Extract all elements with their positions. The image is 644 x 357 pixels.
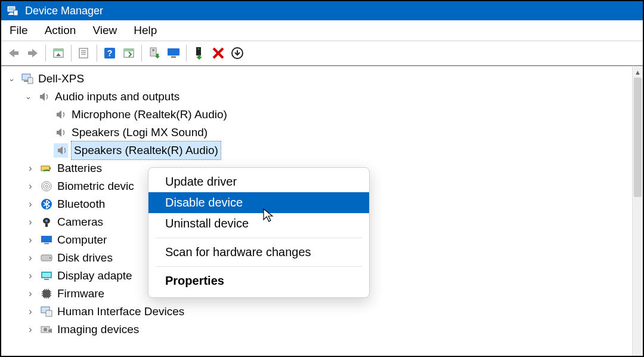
scroll-thumb[interactable] xyxy=(634,78,642,197)
svg-rect-4 xyxy=(14,10,18,16)
expander-icon[interactable] xyxy=(25,267,36,285)
device-manager-icon xyxy=(6,4,19,17)
monitor-icon xyxy=(39,233,54,247)
tree-root[interactable]: Dell-XPS xyxy=(6,70,643,88)
svg-rect-44 xyxy=(44,279,49,280)
scan-hardware-button[interactable] xyxy=(120,44,138,62)
update-driver-button[interactable] xyxy=(145,44,163,62)
bluetooth-icon xyxy=(39,197,54,211)
vertical-scrollbar[interactable]: ▲ xyxy=(632,67,643,356)
expander-icon[interactable] xyxy=(25,159,36,178)
tree-device-label: Speakers (Realtek(R) Audio) xyxy=(72,141,221,159)
chip-icon xyxy=(39,287,54,301)
scroll-up-icon[interactable]: ▲ xyxy=(633,67,643,78)
expander-icon[interactable] xyxy=(25,303,36,321)
svg-point-31 xyxy=(42,181,51,191)
expander-icon[interactable] xyxy=(25,177,36,196)
svg-point-36 xyxy=(45,220,48,222)
svg-rect-59 xyxy=(46,310,52,316)
tree-device-item[interactable]: Microphone (Realtek(R) Audio) xyxy=(6,106,643,124)
speaker-icon xyxy=(54,125,68,140)
svg-rect-20 xyxy=(171,56,176,58)
back-button[interactable] xyxy=(5,44,23,62)
tree-device-item[interactable]: Speakers (Logi MX Sound) xyxy=(6,124,643,141)
computer-icon xyxy=(20,72,35,86)
expander-icon[interactable] xyxy=(25,321,36,339)
tree-category-hid[interactable]: Human Interface Devices xyxy=(6,303,643,321)
svg-rect-19 xyxy=(168,48,179,56)
expander-icon[interactable] xyxy=(25,285,36,303)
fingerprint-icon xyxy=(39,179,54,193)
svg-rect-45 xyxy=(43,290,50,297)
tree-category-label: Human Interface Devices xyxy=(57,303,184,321)
drive-icon xyxy=(39,251,54,265)
svg-point-41 xyxy=(49,257,51,258)
ctx-properties[interactable]: Properties xyxy=(148,270,369,291)
disable-device-button[interactable] xyxy=(209,44,227,62)
menu-view[interactable]: View xyxy=(92,24,117,37)
tree-category-label: Biometric devic xyxy=(57,177,134,195)
toolbar-separator xyxy=(97,45,97,61)
tree-category-label: Bluetooth xyxy=(57,195,105,213)
enable-device-button[interactable] xyxy=(190,44,208,62)
svg-rect-30 xyxy=(49,167,51,170)
svg-rect-6 xyxy=(28,51,33,55)
svg-rect-43 xyxy=(42,273,51,277)
tree-category-imaging[interactable]: Imaging devices xyxy=(6,321,643,338)
show-hidden-button[interactable] xyxy=(49,44,67,62)
tree-category-label: Audio inputs and outputs xyxy=(55,88,179,106)
tree-category-label: Batteries xyxy=(57,159,102,177)
battery-icon xyxy=(39,161,54,176)
monitor-button[interactable] xyxy=(165,44,182,62)
expander-icon[interactable] xyxy=(25,249,36,267)
tree-category-label: Disk drives xyxy=(57,249,113,267)
ctx-divider xyxy=(156,266,362,267)
menu-file[interactable]: File xyxy=(10,24,28,37)
ctx-divider xyxy=(156,238,362,238)
menu-help[interactable]: Help xyxy=(134,24,157,37)
title-bar: Device Manager xyxy=(1,1,643,20)
svg-point-32 xyxy=(44,183,49,189)
svg-rect-37 xyxy=(45,224,48,227)
tree-category-audio[interactable]: Audio inputs and outputs xyxy=(6,88,643,106)
svg-rect-38 xyxy=(41,236,52,242)
svg-text:?: ? xyxy=(107,48,113,58)
expander-icon[interactable] xyxy=(25,231,36,250)
help-button[interactable]: ? xyxy=(101,44,119,62)
expander-icon[interactable] xyxy=(25,195,36,214)
expander-icon[interactable] xyxy=(6,70,17,88)
svg-rect-9 xyxy=(79,48,88,58)
ctx-disable-device[interactable]: Disable device xyxy=(148,192,369,213)
svg-point-22 xyxy=(198,48,200,50)
tree-category-label: Cameras xyxy=(57,213,103,231)
ctx-uninstall-device[interactable]: Uninstall device xyxy=(148,213,369,234)
tree-category-label: Display adapte xyxy=(57,267,132,285)
svg-point-18 xyxy=(152,49,154,51)
svg-rect-28 xyxy=(28,78,33,84)
svg-rect-1 xyxy=(8,7,14,11)
ctx-scan-hardware[interactable]: Scan for hardware changes xyxy=(148,242,369,263)
toolbar-separator xyxy=(71,45,72,61)
menu-action[interactable]: Action xyxy=(45,24,76,37)
tree-category-label: Firmware xyxy=(57,285,104,303)
tree-device-label: Microphone (Realtek(R) Audio) xyxy=(72,106,227,124)
toolbar-separator xyxy=(186,45,187,61)
tree-category-label: Imaging devices xyxy=(57,321,139,338)
svg-point-61 xyxy=(44,328,47,331)
expander-icon[interactable] xyxy=(23,88,33,106)
tree-device-item-selected[interactable]: Speakers (Realtek(R) Audio) xyxy=(6,141,643,159)
svg-rect-5 xyxy=(14,51,18,55)
properties-button[interactable] xyxy=(75,44,93,62)
ctx-update-driver[interactable]: Update driver xyxy=(148,171,369,192)
tree-category-label: Computer xyxy=(57,231,107,249)
speaker-icon xyxy=(54,143,68,158)
hid-icon xyxy=(39,304,54,319)
tree-root-label: Dell-XPS xyxy=(38,70,84,88)
forward-button[interactable] xyxy=(24,44,42,62)
svg-rect-2 xyxy=(10,13,13,14)
uninstall-device-button[interactable] xyxy=(228,44,246,62)
speaker-icon xyxy=(37,90,51,104)
svg-rect-8 xyxy=(54,49,63,51)
svg-rect-39 xyxy=(44,243,49,244)
expander-icon[interactable] xyxy=(25,213,36,232)
